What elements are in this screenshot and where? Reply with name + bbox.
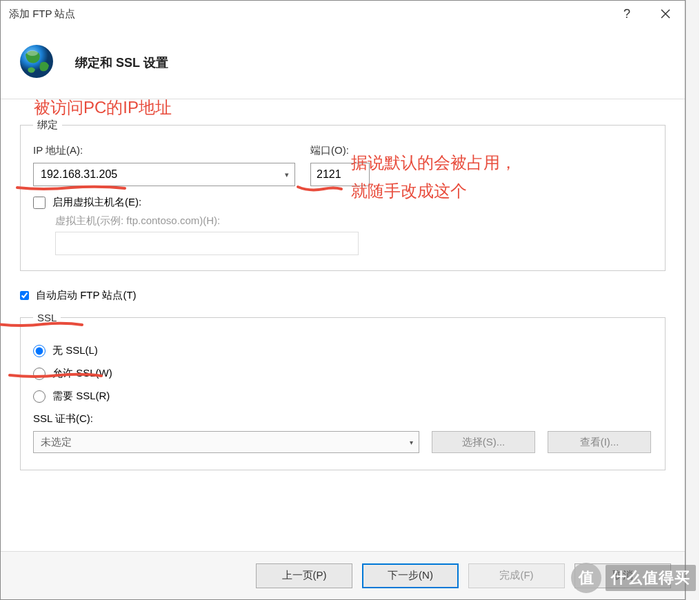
- dialog-title: 添加 FTP 站点: [9, 8, 608, 21]
- binding-legend: 绑定: [33, 119, 62, 132]
- ssl-legend: SSL: [33, 312, 61, 323]
- finish-button: 完成(F): [468, 563, 565, 588]
- auto-start-checkbox[interactable]: [20, 291, 29, 300]
- next-button[interactable]: 下一步(N): [362, 563, 459, 588]
- allow-ssl-radio[interactable]: [33, 368, 46, 380]
- port-label: 端口(O):: [310, 144, 370, 157]
- enable-vhost-label: 启用虚拟主机名(E):: [52, 196, 141, 209]
- prev-button[interactable]: 上一页(P): [256, 563, 352, 588]
- help-button[interactable]: ?: [608, 1, 646, 27]
- select-cert-button: 选择(S)...: [432, 431, 535, 453]
- dialog-window: 添加 FTP 站点 ? 绑定和 SSL 设置 绑定: [0, 0, 686, 600]
- chevron-down-icon: ▾: [410, 439, 413, 446]
- titlebar: 添加 FTP 站点 ?: [1, 1, 685, 27]
- binding-group: 绑定 IP 地址(A): 192.168.31.205 ▾ 端口(O): 启用虚…: [20, 119, 666, 271]
- view-cert-button: 查看(I)...: [548, 431, 651, 453]
- ip-address-combo[interactable]: 192.168.31.205 ▾: [33, 163, 295, 186]
- ip-address-label: IP 地址(A):: [33, 144, 295, 157]
- close-button[interactable]: [646, 1, 685, 27]
- vhost-placeholder-label: 虚拟主机(示例: ftp.contoso.com)(H):: [55, 214, 652, 228]
- watermark-badge-icon: 值: [571, 563, 601, 593]
- port-input[interactable]: [310, 163, 370, 186]
- close-icon: [661, 9, 670, 19]
- no-ssl-radio[interactable]: [33, 345, 46, 357]
- no-ssl-label: 无 SSL(L): [52, 344, 98, 357]
- ip-address-value: 192.168.31.205: [41, 168, 117, 181]
- svg-point-3: [27, 50, 38, 56]
- dialog-body: 绑定 IP 地址(A): 192.168.31.205 ▾ 端口(O): 启用虚…: [1, 99, 685, 537]
- chevron-down-icon: ▾: [285, 170, 289, 179]
- require-ssl-radio[interactable]: [33, 390, 46, 403]
- vhost-input: [55, 232, 359, 255]
- background-scrap: [686, 0, 699, 600]
- help-icon: ?: [623, 7, 630, 21]
- globe-icon: [17, 42, 56, 81]
- ssl-cert-value: 未选定: [41, 436, 72, 449]
- header-title: 绑定和 SSL 设置: [75, 54, 168, 71]
- require-ssl-label: 需要 SSL(R): [52, 390, 110, 403]
- enable-vhost-checkbox[interactable]: [33, 197, 46, 209]
- dialog-header: 绑定和 SSL 设置: [1, 27, 685, 99]
- watermark: 值 什么值得买: [571, 563, 700, 593]
- ssl-group: SSL 无 SSL(L) 允许 SSL(W) 需要 SSL(R) SSL 证书(…: [20, 312, 666, 470]
- watermark-text: 什么值得买: [606, 565, 696, 591]
- allow-ssl-label: 允许 SSL(W): [52, 367, 112, 380]
- ssl-cert-label: SSL 证书(C):: [33, 412, 652, 426]
- ssl-cert-combo[interactable]: 未选定 ▾: [33, 431, 419, 453]
- auto-start-label: 自动启动 FTP 站点(T): [36, 289, 137, 302]
